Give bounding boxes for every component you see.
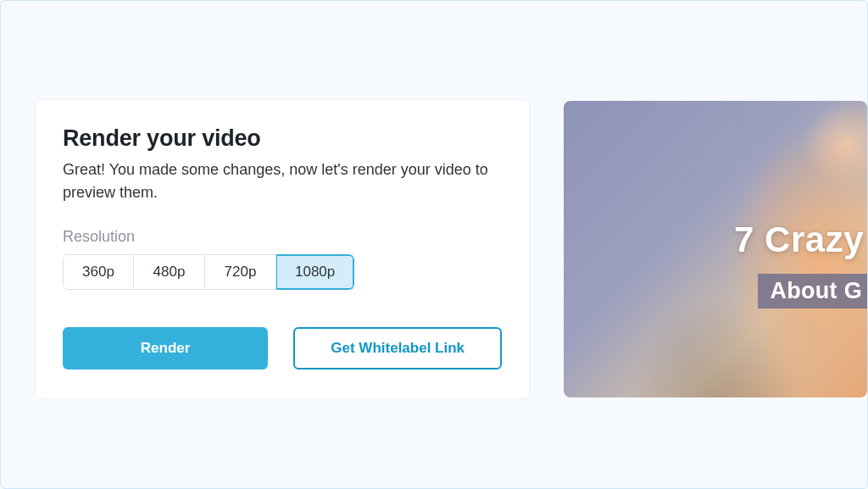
resolution-option-480p[interactable]: 480p [134, 254, 205, 290]
preview-subtitle-text: About G [758, 274, 867, 308]
resolution-label: Resolution [63, 228, 502, 246]
resolution-option-720p[interactable]: 720p [205, 254, 276, 290]
resolution-option-1080p[interactable]: 1080p [276, 254, 354, 290]
preview-title-text: 7 Crazy [734, 219, 864, 260]
resolution-selector: 360p 480p 720p 1080p [63, 254, 354, 290]
panel-title: Render your video [63, 125, 502, 152]
resolution-option-360p[interactable]: 360p [63, 254, 134, 290]
content-row: Render your video Great! You made some c… [35, 99, 867, 399]
whitelabel-button[interactable]: Get Whitelabel Link [293, 327, 502, 370]
render-button[interactable]: Render [63, 327, 268, 370]
video-preview: 7 Crazy About G [564, 101, 867, 397]
render-panel: Render your video Great! You made some c… [35, 99, 530, 399]
button-row: Render Get Whitelabel Link [63, 327, 502, 370]
panel-subtitle: Great! You made some changes, now let's … [63, 158, 502, 204]
